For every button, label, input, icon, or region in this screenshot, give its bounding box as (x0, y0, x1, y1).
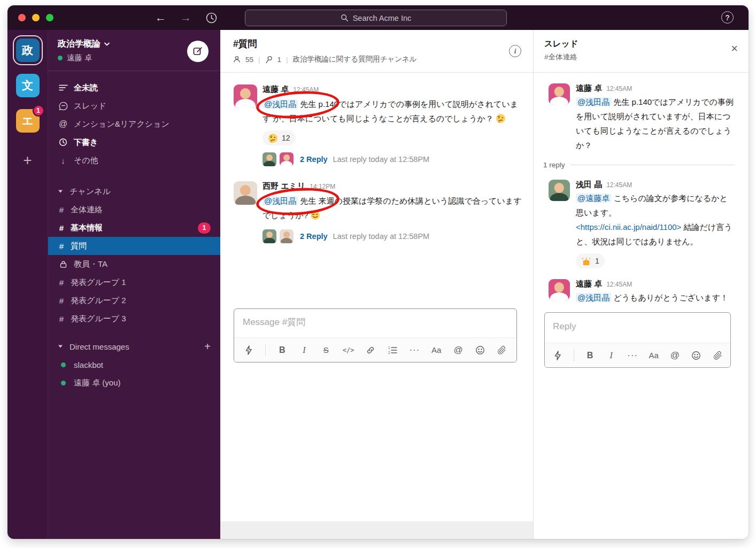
avatar[interactable] (234, 181, 257, 205)
message-timestamp[interactable]: 14:12PM (310, 183, 335, 190)
emoji-button[interactable] (475, 344, 485, 357)
channel-item-group1[interactable]: # 発表グループ 1 (48, 273, 220, 291)
text-format-button[interactable]: Aa (431, 344, 442, 357)
link-button[interactable] (365, 344, 376, 357)
minimize-window-button[interactable] (32, 14, 40, 21)
thinking-face-emoji (268, 133, 278, 143)
dm-item-self[interactable]: 遠藤 卓 (you) (48, 374, 220, 392)
message-timestamp[interactable]: 12:45AM (606, 181, 632, 189)
mention-button[interactable]: @ (453, 344, 464, 357)
channel-topic[interactable]: 政治学概論に関する質問用チャンネル (293, 55, 417, 64)
search-bar[interactable]: Search Acme Inc (245, 10, 507, 26)
member-count[interactable]: 55 (245, 56, 253, 64)
bold-button[interactable]: B (277, 344, 288, 357)
user-mention[interactable]: @浅田晶 (263, 196, 298, 205)
bold-button[interactable]: B (585, 349, 596, 362)
channel-item-kyoin-ta[interactable]: 教員・TA (48, 255, 220, 273)
pin-count[interactable]: 1 (277, 56, 282, 64)
channel-item-group3[interactable]: # 発表グループ 3 (48, 310, 220, 328)
italic-button[interactable]: I (299, 344, 310, 357)
sidebar-item-more[interactable]: ↓ その他 (48, 151, 220, 169)
channel-info-icon[interactable]: i (509, 45, 521, 57)
sidebar-item-all-unreads[interactable]: 全未読 (48, 79, 220, 97)
avatar[interactable] (549, 83, 570, 105)
workspace-icon-bun[interactable]: 文 (16, 74, 40, 97)
message-text: @浅田晶 どうもありがとうございます！ (576, 290, 735, 305)
close-window-button[interactable] (18, 14, 26, 21)
strikethrough-button[interactable]: S (321, 344, 331, 357)
message-input[interactable] (234, 309, 516, 337)
attach-paperclip-icon[interactable] (497, 344, 507, 357)
thread-reply-bar[interactable]: 2 Reply Last reply today at 12:58PM (263, 229, 522, 243)
user-mention[interactable]: @浅田晶 (576, 293, 611, 302)
code-button[interactable]: </> (343, 344, 354, 357)
sidebar: 政治学概論 遠藤 卓 (48, 30, 220, 539)
more-actions-button[interactable]: ··· (627, 349, 638, 362)
add-workspace-button[interactable]: + (23, 152, 32, 169)
message-author[interactable]: 西野 エミリ (263, 181, 305, 191)
message-author[interactable]: 遠藤 卓 (576, 83, 602, 94)
thread-reply-bar[interactable]: 2 Reply Last reply today at 12:58PM (263, 152, 522, 166)
shortcuts-lightning-icon[interactable] (243, 344, 254, 357)
message-author[interactable]: 浅田 晶 (576, 180, 602, 190)
help-icon[interactable]: ? (721, 11, 734, 24)
new-message-button[interactable] (187, 41, 209, 62)
channel-item-zentai[interactable]: # 全体連絡 (48, 200, 220, 219)
hash-icon: # (58, 205, 65, 214)
reaction-pill[interactable]: 1 (576, 253, 605, 268)
attach-paperclip-icon[interactable] (712, 349, 723, 362)
history-back-icon[interactable]: ← (155, 10, 166, 25)
message-timestamp[interactable]: 12:45AM (606, 281, 632, 288)
members-icon[interactable] (233, 56, 241, 63)
paper-link[interactable]: <https://ci.nii.ac.jp/naid/1100> (576, 222, 681, 231)
message-timestamp[interactable]: 12:45AM (293, 86, 319, 94)
avatar[interactable] (549, 279, 570, 300)
hash-icon: # (58, 314, 65, 323)
thinking-face-emoji (496, 113, 506, 124)
last-reply-time: Last reply today at 12:58PM (333, 232, 430, 241)
workspace-switcher: 政 文 エ 1 + (7, 30, 48, 539)
reaction-pill[interactable]: 12 (263, 130, 296, 145)
text-format-button[interactable]: Aa (649, 349, 659, 362)
dm-section-header[interactable]: Direct messages + (48, 337, 220, 356)
history-forward-icon[interactable]: → (180, 10, 191, 25)
channels-section-header[interactable]: チャンネル (48, 182, 220, 200)
avatar[interactable] (549, 180, 570, 201)
user-mention[interactable]: @浅田晶 (263, 99, 298, 109)
user-mention[interactable]: @浅田晶 (576, 97, 611, 106)
message-timestamp[interactable]: 12:45AM (606, 85, 632, 92)
reply-count-link[interactable]: 2 Reply (300, 232, 328, 241)
sidebar-item-drafts[interactable]: 下書き (48, 133, 220, 151)
arrow-down-icon: ↓ (58, 156, 68, 165)
workspace-icon-e[interactable]: エ 1 (16, 109, 40, 133)
ordered-list-button[interactable]: 12 (387, 344, 398, 357)
channel-item-kihon[interactable]: # 基本情報 1 (48, 219, 220, 237)
close-icon[interactable]: × (731, 43, 738, 55)
zoom-window-button[interactable] (46, 14, 53, 21)
workspace-icon-sei[interactable]: 政 (16, 38, 40, 62)
pin-icon[interactable] (265, 56, 273, 64)
emoji-button[interactable] (691, 349, 701, 362)
avatar[interactable] (234, 84, 257, 108)
user-mention[interactable]: @遠藤卓 (576, 194, 611, 203)
dm-item-slackbot[interactable]: slackbot (48, 356, 220, 374)
sidebar-item-threads[interactable]: スレッド (48, 97, 220, 115)
reply-count-link[interactable]: 2 Reply (300, 155, 328, 164)
presence-dot (58, 381, 68, 385)
message-author[interactable]: 遠藤 卓 (263, 84, 289, 95)
sidebar-item-mentions[interactable]: @ メンション&リアクション (48, 115, 220, 133)
thread-reply-input[interactable] (545, 313, 730, 343)
more-actions-button[interactable]: ··· (409, 344, 420, 357)
add-dm-button[interactable]: + (204, 341, 211, 353)
hash-icon: # (58, 296, 65, 305)
history-clock-icon[interactable] (205, 12, 218, 24)
search-placeholder: Search Acme Inc (353, 14, 412, 22)
message-author[interactable]: 遠藤 卓 (576, 279, 602, 289)
reaction-count: 1 (595, 257, 599, 265)
shortcuts-lightning-icon[interactable] (552, 349, 563, 362)
mention-button[interactable]: @ (670, 349, 681, 362)
italic-button[interactable]: I (606, 349, 616, 362)
compose-pencil-icon (192, 46, 203, 57)
channel-item-group2[interactable]: # 発表グループ 2 (48, 291, 220, 310)
channel-item-shitsumon[interactable]: # 質問 (48, 237, 220, 255)
